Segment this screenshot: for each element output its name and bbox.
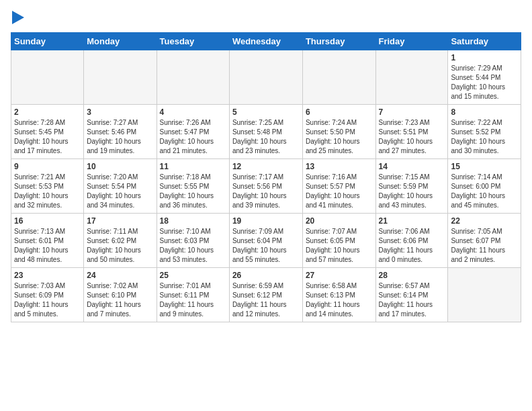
day-number: 19 — [232, 216, 300, 226]
day-info: Sunrise: 7:15 AM Sunset: 5:59 PM Dayligh… — [379, 173, 445, 210]
day-number: 26 — [232, 271, 300, 280]
weekday-header: Sunday — [11, 33, 84, 50]
day-number: 13 — [306, 162, 373, 171]
calendar-cell: 3Sunrise: 7:27 AM Sunset: 5:46 PM Daylig… — [84, 105, 157, 159]
day-number: 6 — [306, 107, 373, 117]
calendar-cell: 26Sunrise: 6:59 AM Sunset: 6:12 PM Dayli… — [229, 268, 302, 322]
day-info: Sunrise: 6:57 AM Sunset: 6:14 PM Dayligh… — [379, 281, 445, 319]
calendar-cell: 11Sunrise: 7:18 AM Sunset: 5:55 PM Dayli… — [157, 159, 229, 214]
day-number: 24 — [87, 271, 153, 280]
calendar-cell — [84, 50, 157, 105]
weekday-header: Wednesday — [229, 33, 302, 50]
day-info: Sunrise: 7:02 AM Sunset: 6:10 PM Dayligh… — [87, 281, 153, 319]
day-number: 27 — [306, 271, 373, 280]
day-info: Sunrise: 7:18 AM Sunset: 5:55 PM Dayligh… — [160, 173, 226, 210]
calendar-cell — [11, 50, 84, 105]
day-number: 15 — [451, 162, 518, 171]
calendar-cell: 28Sunrise: 6:57 AM Sunset: 6:14 PM Dayli… — [375, 268, 448, 322]
calendar-cell — [157, 50, 229, 105]
day-number: 23 — [14, 271, 81, 280]
day-number: 8 — [451, 107, 518, 117]
day-info: Sunrise: 7:21 AM Sunset: 5:53 PM Dayligh… — [14, 173, 81, 210]
calendar-cell: 4Sunrise: 7:26 AM Sunset: 5:47 PM Daylig… — [157, 105, 229, 159]
calendar-cell: 7Sunrise: 7:23 AM Sunset: 5:51 PM Daylig… — [375, 105, 448, 159]
calendar-cell: 8Sunrise: 7:22 AM Sunset: 5:52 PM Daylig… — [448, 105, 521, 159]
day-info: Sunrise: 7:23 AM Sunset: 5:51 PM Dayligh… — [379, 118, 445, 156]
calendar-header-row: SundayMondayTuesdayWednesdayThursdayFrid… — [11, 33, 521, 50]
calendar-cell: 17Sunrise: 7:11 AM Sunset: 6:02 PM Dayli… — [84, 214, 157, 268]
day-number: 14 — [379, 162, 445, 171]
day-number: 20 — [306, 216, 373, 226]
day-number: 25 — [160, 271, 226, 280]
calendar-cell: 12Sunrise: 7:17 AM Sunset: 5:56 PM Dayli… — [229, 159, 302, 214]
day-info: Sunrise: 7:14 AM Sunset: 6:00 PM Dayligh… — [451, 173, 518, 210]
day-number: 21 — [379, 216, 445, 226]
day-info: Sunrise: 7:27 AM Sunset: 5:46 PM Dayligh… — [87, 118, 153, 156]
weekday-header: Saturday — [448, 33, 521, 50]
calendar-cell: 16Sunrise: 7:13 AM Sunset: 6:01 PM Dayli… — [11, 214, 84, 268]
page-header — [11, 11, 521, 27]
day-info: Sunrise: 7:22 AM Sunset: 5:52 PM Dayligh… — [451, 118, 518, 156]
calendar-cell: 6Sunrise: 7:24 AM Sunset: 5:50 PM Daylig… — [302, 105, 375, 159]
day-info: Sunrise: 7:05 AM Sunset: 6:07 PM Dayligh… — [451, 227, 518, 265]
day-info: Sunrise: 7:03 AM Sunset: 6:09 PM Dayligh… — [14, 281, 81, 319]
day-info: Sunrise: 7:09 AM Sunset: 6:04 PM Dayligh… — [232, 227, 300, 265]
calendar-cell: 19Sunrise: 7:09 AM Sunset: 6:04 PM Dayli… — [229, 214, 302, 268]
day-number: 1 — [451, 53, 518, 62]
weekday-header: Friday — [375, 33, 448, 50]
calendar-cell — [375, 50, 448, 105]
day-info: Sunrise: 7:24 AM Sunset: 5:50 PM Dayligh… — [306, 118, 373, 156]
day-info: Sunrise: 7:25 AM Sunset: 5:48 PM Dayligh… — [232, 118, 300, 156]
day-number: 17 — [87, 216, 153, 226]
day-number: 28 — [379, 271, 445, 280]
day-info: Sunrise: 7:20 AM Sunset: 5:54 PM Dayligh… — [87, 173, 153, 210]
calendar-cell: 10Sunrise: 7:20 AM Sunset: 5:54 PM Dayli… — [84, 159, 157, 214]
calendar-week-row: 9Sunrise: 7:21 AM Sunset: 5:53 PM Daylig… — [11, 159, 521, 214]
day-info: Sunrise: 7:07 AM Sunset: 6:05 PM Dayligh… — [306, 227, 373, 265]
calendar-week-row: 16Sunrise: 7:13 AM Sunset: 6:01 PM Dayli… — [11, 214, 521, 268]
day-info: Sunrise: 7:26 AM Sunset: 5:47 PM Dayligh… — [160, 118, 226, 156]
calendar-cell — [229, 50, 302, 105]
calendar-week-row: 23Sunrise: 7:03 AM Sunset: 6:09 PM Dayli… — [11, 268, 521, 322]
calendar-cell — [302, 50, 375, 105]
day-number: 9 — [14, 162, 81, 171]
day-number: 11 — [160, 162, 226, 171]
day-number: 10 — [87, 162, 153, 171]
day-number: 2 — [14, 107, 81, 117]
calendar-cell: 24Sunrise: 7:02 AM Sunset: 6:10 PM Dayli… — [84, 268, 157, 322]
day-info: Sunrise: 7:10 AM Sunset: 6:03 PM Dayligh… — [160, 227, 226, 265]
logo-arrow-icon — [12, 11, 24, 24]
day-number: 12 — [232, 162, 300, 171]
calendar-cell: 22Sunrise: 7:05 AM Sunset: 6:07 PM Dayli… — [448, 214, 521, 268]
day-info: Sunrise: 7:29 AM Sunset: 5:44 PM Dayligh… — [451, 64, 518, 101]
day-number: 18 — [160, 216, 226, 226]
day-info: Sunrise: 6:59 AM Sunset: 6:12 PM Dayligh… — [232, 281, 300, 319]
day-number: 3 — [87, 107, 153, 117]
calendar-cell: 1Sunrise: 7:29 AM Sunset: 5:44 PM Daylig… — [448, 50, 521, 105]
calendar-cell: 27Sunrise: 6:58 AM Sunset: 6:13 PM Dayli… — [302, 268, 375, 322]
calendar-table: SundayMondayTuesdayWednesdayThursdayFrid… — [11, 32, 521, 322]
calendar-cell: 9Sunrise: 7:21 AM Sunset: 5:53 PM Daylig… — [11, 159, 84, 214]
calendar-cell: 18Sunrise: 7:10 AM Sunset: 6:03 PM Dayli… — [157, 214, 229, 268]
calendar-cell: 23Sunrise: 7:03 AM Sunset: 6:09 PM Dayli… — [11, 268, 84, 322]
day-number: 7 — [379, 107, 445, 117]
day-info: Sunrise: 7:16 AM Sunset: 5:57 PM Dayligh… — [306, 173, 373, 210]
calendar-cell: 20Sunrise: 7:07 AM Sunset: 6:05 PM Dayli… — [302, 214, 375, 268]
calendar-cell: 2Sunrise: 7:28 AM Sunset: 5:45 PM Daylig… — [11, 105, 84, 159]
day-number: 5 — [232, 107, 300, 117]
day-info: Sunrise: 7:11 AM Sunset: 6:02 PM Dayligh… — [87, 227, 153, 265]
day-info: Sunrise: 7:01 AM Sunset: 6:11 PM Dayligh… — [160, 281, 226, 319]
logo — [11, 11, 24, 27]
weekday-header: Tuesday — [157, 33, 229, 50]
calendar-cell: 13Sunrise: 7:16 AM Sunset: 5:57 PM Dayli… — [302, 159, 375, 214]
day-number: 22 — [451, 216, 518, 226]
calendar-cell: 15Sunrise: 7:14 AM Sunset: 6:00 PM Dayli… — [448, 159, 521, 214]
weekday-header: Monday — [84, 33, 157, 50]
day-number: 16 — [14, 216, 81, 226]
calendar-cell: 14Sunrise: 7:15 AM Sunset: 5:59 PM Dayli… — [375, 159, 448, 214]
calendar-cell — [448, 268, 521, 322]
day-info: Sunrise: 7:13 AM Sunset: 6:01 PM Dayligh… — [14, 227, 81, 265]
calendar-cell: 25Sunrise: 7:01 AM Sunset: 6:11 PM Dayli… — [157, 268, 229, 322]
calendar-cell: 21Sunrise: 7:06 AM Sunset: 6:06 PM Dayli… — [375, 214, 448, 268]
calendar-week-row: 2Sunrise: 7:28 AM Sunset: 5:45 PM Daylig… — [11, 105, 521, 159]
